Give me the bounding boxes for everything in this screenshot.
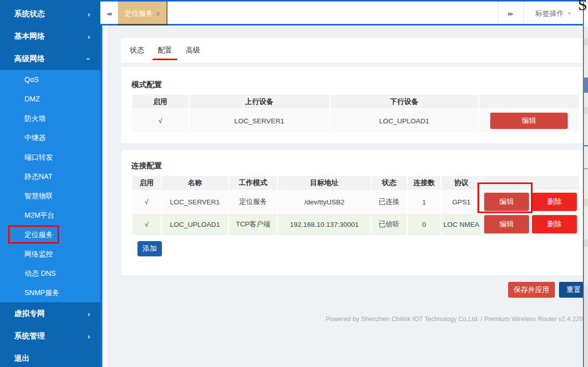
cell-work-mode: 定位服务 <box>229 191 277 213</box>
active-tab-dark-underline <box>118 24 169 25</box>
table-row: √ LOC_UPLOAD1 TCP客户端 192.168.10.137:3000… <box>132 214 579 235</box>
tabbar-spacer <box>167 2 498 25</box>
chevron-right-icon: › <box>88 310 90 318</box>
delete-connection-button[interactable]: 删除 <box>532 193 577 211</box>
cell-name: LOC_SERVER1 <box>162 191 228 213</box>
cell-target-address: 192.168.10.137:30001 <box>278 214 370 235</box>
section-title-mode-config: 模式配置 <box>131 67 580 90</box>
cell-actions: 编辑删除 <box>482 191 579 213</box>
table-header-row: 启用 名称 工作模式 目标地址 状态 连接数 协议 <box>132 176 579 190</box>
column-header-upstream-device: 上行设备 <box>189 95 329 109</box>
column-header-work-mode: 工作模式 <box>229 176 277 190</box>
table-row: √ LOC_SERVER1 LOC_UPLOAD1 编辑 <box>132 110 579 132</box>
close-icon[interactable]: × <box>156 10 160 18</box>
sliver-band <box>584 168 588 169</box>
sliver-band <box>584 285 588 367</box>
cell-downstream-device: LOC_UPLOAD1 <box>330 110 478 132</box>
tab-advanced[interactable]: 高级 <box>185 38 201 63</box>
column-header-status: 状态 <box>372 176 407 190</box>
sliver-band <box>584 199 588 206</box>
background-letter-s: S <box>578 0 587 13</box>
sidebar-item-repeater[interactable]: 中继器 <box>0 128 100 147</box>
scroll-tabs-right-button[interactable]: ▶▶ <box>498 2 523 25</box>
sliver-band <box>584 38 588 45</box>
sliver-band <box>584 145 588 146</box>
content-tabs-card: 状态 配置 高级 <box>121 38 583 63</box>
sidebar-item-static-nat[interactable]: 静态NAT <box>0 167 100 186</box>
column-header-protocol: 协议 <box>441 176 481 190</box>
delete-connection-button[interactable]: 删除 <box>532 215 577 233</box>
sidebar-item-label: 高级网络 <box>14 54 45 64</box>
sidebar-item-network-monitor[interactable]: 网络监控 <box>0 244 100 264</box>
column-header-enabled: 启用 <box>132 95 188 109</box>
double-chevron-right-icon: ▶▶ <box>508 11 514 16</box>
table-header-row: 启用 上行设备 下行设备 <box>132 95 579 109</box>
mode-config-section: 模式配置 启用 上行设备 下行设备 √ LOC_SERVER1 LOC_UPLO… <box>121 67 583 143</box>
cell-actions: 编辑删除 <box>482 214 579 235</box>
cell-protocol: GPS1 <box>441 191 481 213</box>
cell-work-mode: TCP客户端 <box>229 214 277 235</box>
sidebar-submenu-advanced-network: QoS DMZ 防火墙 中继器 端口转发 静态NAT 智慧物联 M2M平台 定位… <box>0 70 100 302</box>
sidebar-item-label: 退出 <box>14 354 30 363</box>
column-header-downstream-device: 下行设备 <box>330 95 478 109</box>
chevron-right-icon: › <box>88 33 90 40</box>
tab-config[interactable]: 配置 <box>157 38 173 63</box>
tab-location-service[interactable]: 定位服务 × <box>118 2 167 25</box>
sidebar-item-logout[interactable]: 退出 <box>0 347 100 367</box>
cell-actions: 编辑 <box>479 110 579 132</box>
cell-status: 已侦听 <box>372 214 407 235</box>
scroll-tabs-left-button[interactable]: ◀◀ <box>100 2 118 25</box>
connection-config-table: 启用 名称 工作模式 目标地址 状态 连接数 协议 √ LOC_SERVER1 … <box>131 175 580 236</box>
sidebar-item-snmp-service[interactable]: SNMP服务 <box>0 283 100 302</box>
sidebar-item-dynamic-dns[interactable]: 动态 DNS <box>0 264 100 283</box>
edit-connection-button[interactable]: 编辑 <box>484 215 529 233</box>
sidebar-item-m2m-platform[interactable]: M2M平台 <box>0 205 100 225</box>
sidebar-item-port-forwarding[interactable]: 端口转发 <box>0 147 100 167</box>
mode-config-table: 启用 上行设备 下行设备 √ LOC_SERVER1 LOC_UPLOAD1 编… <box>131 94 580 133</box>
sidebar-item-dmz[interactable]: DMZ <box>0 89 100 109</box>
column-header-name: 名称 <box>162 176 228 190</box>
tab-actions-label: 标签操作 <box>536 9 564 18</box>
cell-enabled-check: √ <box>132 191 161 213</box>
cell-name: LOC_UPLOAD1 <box>162 214 228 235</box>
sidebar-item-qos[interactable]: QoS <box>0 70 100 89</box>
sidebar-item-system-management[interactable]: 系统管理 › <box>0 325 100 347</box>
cell-target-address: /dev/ttyUSB2 <box>278 191 370 213</box>
section-title-connection-config: 连接配置 <box>131 150 580 171</box>
double-chevron-left-icon: ◀◀ <box>106 11 112 16</box>
sidebar-item-basic-network[interactable]: 基本网络 › <box>0 25 100 47</box>
background-window-sliver <box>583 0 588 367</box>
add-connection-button[interactable]: 添加 <box>137 241 162 256</box>
column-header-connection-count: 连接数 <box>408 176 441 190</box>
sidebar-item-system-status[interactable]: 系统状态 › <box>0 3 100 25</box>
sliver-band <box>584 77 588 93</box>
sidebar-item-label: 虚拟专网 <box>14 309 45 319</box>
cell-status: 已连接 <box>372 191 407 213</box>
tabbar-bottom-border <box>100 24 583 25</box>
sidebar-item-label: 系统状态 <box>14 9 45 19</box>
tab-bar: ◀◀ 定位服务 × ▶▶ 标签操作 ▼ <box>100 0 583 25</box>
save-and-apply-button[interactable]: 保存并应用 <box>508 282 555 298</box>
main-content: 状态 配置 高级 模式配置 启用 上行设备 下行设备 √ LOC_SERVER1… <box>100 25 583 367</box>
sidebar-item-vpn[interactable]: 虚拟专网 › <box>0 302 100 325</box>
sidebar-item-label: 基本网络 <box>14 32 45 41</box>
sidebar-item-location-service[interactable]: 定位服务 <box>0 225 100 244</box>
cell-protocol: LOC NMEA <box>441 214 481 235</box>
sliver-band <box>584 107 588 114</box>
sidebar-item-firewall[interactable]: 防火墙 <box>0 109 100 128</box>
column-header-actions <box>479 95 579 109</box>
column-header-enabled: 启用 <box>132 176 161 190</box>
edit-connection-button[interactable]: 编辑 <box>484 193 529 211</box>
sidebar-item-advanced-network[interactable]: 高级网络 › <box>0 47 100 70</box>
tab-label: 定位服务 <box>124 9 153 18</box>
cell-connection-count: 0 <box>408 214 441 235</box>
cell-upstream-device: LOC_SERVER1 <box>189 110 329 132</box>
edit-mode-button[interactable]: 编辑 <box>490 113 568 129</box>
tab-actions-dropdown[interactable]: 标签操作 ▼ <box>523 2 583 25</box>
table-row: √ LOC_SERVER1 定位服务 /dev/ttyUSB2 已连接 1 GP… <box>132 191 579 213</box>
chevron-right-icon: › <box>88 10 90 18</box>
sliver-band <box>584 240 588 247</box>
tab-status[interactable]: 状态 <box>129 38 145 63</box>
cell-enabled-check: √ <box>132 110 188 132</box>
sidebar-item-smart-iot[interactable]: 智慧物联 <box>0 186 100 205</box>
